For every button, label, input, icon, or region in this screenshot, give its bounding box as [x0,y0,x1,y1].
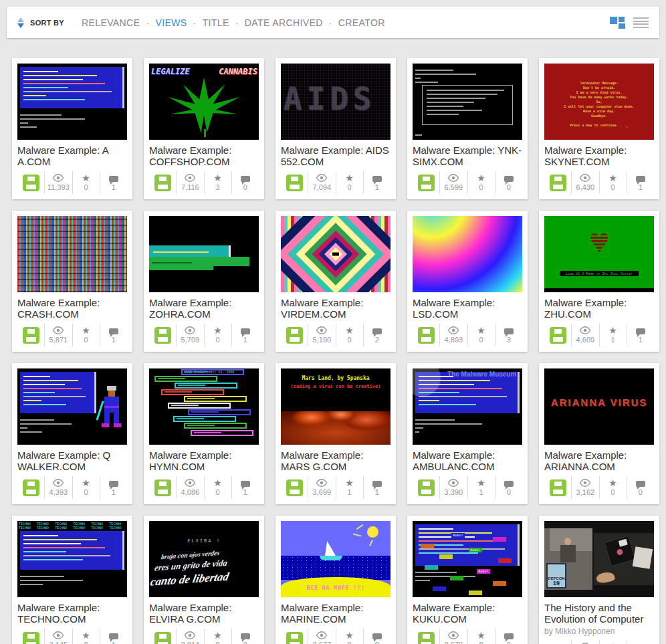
item-thumbnail[interactable]: ВСЕ НА МОРЕ !!! [281,521,391,597]
eye-icon [447,631,459,639]
item-thumbnail[interactable]: Kuku! Kuku! Kuku! [413,521,522,597]
item-card-hymn-com[interactable]: USSR VinSoft (c) v1. 1990 Malware Exampl… [144,363,264,504]
thumb-text: LEGALIZE [151,67,190,76]
item-card-techno-com[interactable]: TECHNO TECHNO TECHNO TECHNO TECHNO TECHN… [12,516,132,644]
item-stats: 7,116 ★3 0 [149,171,259,194]
item-thumbnail[interactable] [413,64,522,140]
comments-stat: 0 [363,629,391,644]
item-thumbnail[interactable] [413,216,522,292]
views-stat: 2,546 [571,640,598,644]
item-thumbnail[interactable]: Terminator Message:Don't be afraid. I am… [544,64,654,140]
thumb-text: (coding a virus can be creative) [281,384,391,390]
item-thumbnail[interactable] [149,216,259,292]
comment-icon [241,176,250,182]
item-card-zohra-com[interactable]: Malware Example: ZOHRA.COM 5,709 ★0 1 [144,211,264,352]
sort-option-date-archived[interactable]: DATE ARCHIVED [245,17,323,28]
item-card-history-evolution-video[interactable]: DEFCON 19 The History and the Evolution … [539,516,659,644]
item-card-lsd-com[interactable]: Malware Example: LSD.COM 4,893 ★0 3 [407,211,528,352]
item-title[interactable]: Malware Example: SKYNET.COM [544,144,654,167]
separator-dot: · [329,17,332,28]
comments-stat: 1 [363,171,391,194]
item-thumbnail[interactable]: ARIANNA VIRUS [544,368,654,445]
item-card-arianna-com[interactable]: ARIANNA VIRUS Malware Example: ARIANNA.C… [539,363,659,504]
star-icon: ★ [477,631,485,639]
item-thumbnail[interactable] [17,368,127,445]
item-card-coffshop-com[interactable]: LEGALIZE CANNABIS Malware Example: COFFS… [144,58,264,199]
item-title[interactable]: Malware Example: AMBULANC.COM [413,449,522,472]
item-title[interactable]: Malware Example: MARINE.COM [281,602,391,625]
favorites-stat: ★0 [467,629,495,644]
thumb-art [20,67,124,108]
item-creator[interactable]: by Mikko Hypponen [544,627,654,636]
item-card-marine-com[interactable]: ВСЕ НА МОРЕ !!! Malware Example: MARINE.… [275,516,396,644]
item-title[interactable]: Malware Example: ARIANNA.COM [544,449,654,472]
item-title[interactable]: Malware Example: KUKU.COM [413,602,522,625]
sort-option-creator[interactable]: CREATOR [338,17,385,28]
item-card-zhu-com[interactable]: ♥ Lian V1.0 Made in Zhu Zhou China! Malw… [539,211,659,352]
item-card-aids-552-com[interactable]: AIDS Malware Example: AIDS 552.COM 7,094… [275,58,396,199]
eye-icon [579,479,591,487]
item-title[interactable]: Malware Example: TECHNO.COM [17,602,127,625]
thumb-art [422,85,513,125]
item-card-virdem-com[interactable]: Malware Example: VIRDEM.COM 5,190 ★0 2 [275,211,396,352]
sort-option-relevance[interactable]: RELEVANCE [82,17,140,28]
item-thumbnail[interactable]: USSR VinSoft (c) v1. 1990 [149,368,259,445]
item-card-mars-g-com[interactable]: Mars Land, by Spanska (coding a virus ca… [275,363,396,504]
sort-option-views[interactable]: VIEWS [155,17,187,28]
media-type-software-icon [281,324,308,346]
item-thumbnail[interactable] [281,216,391,292]
item-card-q-walker-com[interactable]: Malware Example: Q WALKER.COM 4,393 ★0 1 [12,363,132,504]
item-thumbnail[interactable]: ELVIRA ! bruja con ojos verdes eres un g… [149,521,259,597]
eye-icon [184,174,196,182]
thumb-art [20,573,124,585]
comment-icon [109,481,118,487]
item-thumbnail[interactable]: ♥ Lian V1.0 Made in Zhu Zhou China! [544,216,654,292]
item-title[interactable]: Malware Example: COFFSHOP.COM [149,144,259,167]
item-card-elvira-g-com[interactable]: ELVIRA ! bruja con ojos verdes eres un g… [144,516,264,644]
list-view-icon[interactable] [633,17,649,28]
comment-icon [636,328,645,334]
media-type-software-icon [413,476,439,499]
item-thumbnail[interactable]: AIDS [281,64,391,140]
item-thumbnail[interactable]: LEGALIZE CANNABIS [149,64,259,140]
favorites-stat: ★0 [204,629,231,644]
item-title[interactable]: Malware Example: LSD.COM [413,297,522,320]
media-type-software-icon [544,171,571,194]
item-card-ynk-simx-com[interactable]: Malware Example: YNK-SIMX.COM 6,599 ★0 0 [407,58,528,199]
item-title[interactable]: Malware Example: YNK-SIMX.COM [413,144,522,167]
media-type-software-icon [17,171,44,194]
item-thumbnail[interactable]: TECHNO TECHNO TECHNO TECHNO TECHNO TECHN… [17,521,127,597]
item-card-crash-com[interactable]: Malware Example: CRASH.COM 5,871 ★0 1 [12,211,132,352]
item-title[interactable]: Malware Example: Q WALKER.COM [17,449,127,472]
item-card-ambulanc-com[interactable]: The Malware Museum Malware Example: AMBU… [407,363,528,504]
item-thumbnail[interactable] [17,216,127,292]
star-icon: ★ [477,174,485,182]
item-thumbnail[interactable]: DEFCON 19 [544,521,654,597]
item-stats: 3,162 ★0 0 [544,476,654,499]
item-thumbnail[interactable]: Mars Land, by Spanska (coding a virus ca… [281,368,391,445]
sort-direction-icon[interactable] [17,17,24,28]
item-title[interactable]: Malware Example: CRASH.COM [17,297,127,320]
sort-options: RELEVANCE · VIEWS · TITLE · DATE ARCHIVE… [82,17,385,28]
eye-icon [184,631,196,639]
item-title[interactable]: Malware Example: ZOHRA.COM [149,297,259,320]
speaker-scene-art: DEFCON 19 [544,528,592,590]
eye-icon [447,174,459,182]
item-title[interactable]: Malware Example: VIRDEM.COM [281,297,391,320]
item-title[interactable]: The History and the Evolution of Compute… [544,602,654,625]
item-title[interactable]: Malware Example: MARS G.COM [281,449,391,472]
sort-option-title[interactable]: TITLE [203,17,229,28]
item-title[interactable]: Malware Example: ZHU.COM [544,297,654,320]
item-thumbnail[interactable] [17,64,127,140]
item-card-kuku-com[interactable]: Kuku! Kuku! Kuku! Malware Example: KUKU.… [407,516,528,644]
item-card-skynet-com[interactable]: Terminator Message:Don't be afraid. I am… [539,58,659,199]
defcon-badge: DEFCON 19 [546,563,566,588]
tile-view-icon[interactable] [610,17,625,29]
item-stats: 5,709 ★0 1 [149,324,259,346]
item-title[interactable]: Malware Example: AIDS 552.COM [281,144,391,167]
item-title[interactable]: Malware Example: A A.COM [17,144,127,167]
item-card-a-a-com[interactable]: Malware Example: A A.COM 11,393 ★0 1 [12,58,132,199]
item-title[interactable]: Malware Example: HYMN.COM [149,449,259,472]
item-title[interactable]: Malware Example: ELVIRA G.COM [149,602,259,625]
item-thumbnail[interactable]: The Malware Museum [413,368,522,445]
